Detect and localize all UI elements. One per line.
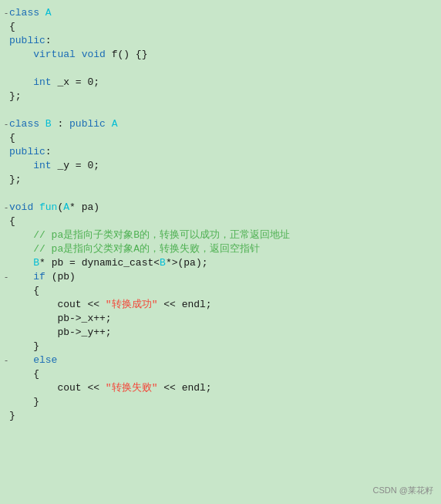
line-code: { [9,367,438,381]
code-line: virtual void f() {} [0,48,441,62]
code-line: cout << "转换成功" << endl; [0,298,441,312]
token-normal: : [45,146,52,157]
line-code: public: [9,145,438,159]
token-class-name: B [45,118,52,130]
token-normal: cout << [9,382,106,394]
token-normal: << endl; [157,382,211,394]
token-kw-void: void [82,49,112,60]
line-code: B* pb = dynamic_cast<B*>(pa); [9,256,438,270]
line-code: cout << "转换成功" << endl; [9,298,438,312]
token-comment: // pa是指向子类对象B的，转换可以成功，正常返回地址 [33,229,290,241]
code-line: public: [0,34,441,48]
line-indicator: - [3,117,9,131]
code-line: -void fun(A* pa) [0,201,441,215]
code-line [0,187,441,201]
code-line: -class B : public A [0,117,441,131]
token-kw-class: class [9,7,45,19]
code-line: // pa是指向子类对象B的，转换可以成功，正常返回地址 [0,228,441,242]
line-code: }; [9,173,438,187]
code-line: { [0,367,441,381]
token-normal: pb->_x++; [9,313,112,324]
line-code: { [9,20,438,34]
code-line: -class A [0,6,441,20]
token-class-name: B [160,257,166,269]
line-code: // pa是指向子类对象B的，转换可以成功，正常返回地址 [9,228,438,242]
line-code: else [9,353,438,367]
line-code: { [9,215,438,228]
line-code: cout << "转换失败" << endl; [9,381,438,395]
token-class-name: A [63,201,69,213]
token-normal: } [9,396,39,408]
token-normal [9,257,33,269]
token-normal: * pa) [69,201,99,213]
token-normal [9,243,33,255]
token-normal: } [9,410,15,421]
token-kw-class: class [9,118,45,130]
code-lines: -class A{public: virtual void f() {} int… [0,6,441,423]
code-line: { [0,131,441,145]
code-line: cout << "转换失败" << endl; [0,381,441,395]
token-string: "转换成功" [106,299,158,310]
line-code: { [9,131,438,145]
token-normal: _x = 0; [57,76,99,88]
line-code: void fun(A* pa) [9,201,438,215]
code-line: pb->_x++; [0,312,441,326]
token-normal: : [52,118,69,130]
token-normal: { [9,215,15,227]
token-class-name: A [45,7,52,19]
token-class-name: B [33,257,39,269]
token-kw-virtual: virtual [9,49,82,60]
code-line: }; [0,173,441,187]
token-normal: * pb = dynamic_cast< [39,257,160,269]
token-normal [9,354,33,366]
code-line: } [0,409,441,423]
token-normal: } [9,340,39,352]
code-line: { [0,284,441,298]
line-code: }; [9,90,438,103]
token-class-name: A [112,118,118,130]
line-code: { [9,284,438,298]
line-indicator: - [3,353,9,367]
token-kw-public: public [9,35,45,46]
token-normal: cout << [9,299,106,310]
code-line: } [0,340,441,353]
line-code: } [9,340,438,353]
token-normal: { [9,21,15,32]
token-normal: : [45,35,52,46]
token-normal [9,271,33,282]
token-kw-void: void [9,201,39,213]
code-line [0,103,441,117]
code-line: public: [0,145,441,159]
token-normal: }; [9,90,22,102]
watermark: CSDN @莱花籽 [373,485,433,496]
token-kw-int: int [9,76,57,88]
line-indicator: - [3,270,9,284]
line-code: } [9,395,438,409]
token-kw-int: int [9,160,57,171]
token-normal: _y = 0; [57,160,99,171]
code-line: int _y = 0; [0,159,441,173]
code-line: int _x = 0; [0,76,441,90]
line-code: class B : public A [9,117,438,131]
code-line: // pa是指向父类对象A的，转换失败，返回空指针 [0,242,441,256]
line-code: int _y = 0; [9,159,438,173]
token-normal: (pb) [52,271,76,282]
code-container: -class A{public: virtual void f() {} int… [0,0,441,504]
token-kw-else: else [33,354,57,366]
code-line [0,62,441,76]
line-code: pb->_x++; [9,312,438,326]
token-normal: f() {} [112,49,148,60]
code-line: - else [0,353,441,367]
line-code: } [9,409,438,423]
line-code: // pa是指向父类对象A的，转换失败，返回空指针 [9,242,438,256]
code-line: }; [0,90,441,103]
line-code: public: [9,34,438,48]
line-code: virtual void f() {} [9,48,438,62]
line-indicator: - [3,6,9,20]
token-string: "转换失败" [106,382,158,394]
token-normal: pb->_y++; [9,326,112,338]
code-line: } [0,395,441,409]
line-code: if (pb) [9,270,438,284]
token-comment: // pa是指向父类对象A的，转换失败，返回空指针 [33,243,260,255]
token-normal: }; [9,174,22,185]
